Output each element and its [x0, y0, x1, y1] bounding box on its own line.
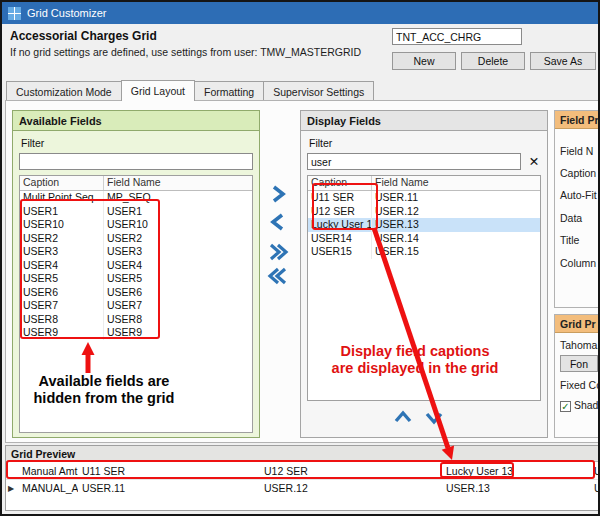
caption-label: Caption [560, 167, 596, 179]
checkmark-icon: ✓ [561, 401, 569, 412]
available-row[interactable]: USER3USER3 [20, 245, 252, 259]
cell-field: USER3 [104, 245, 252, 259]
preview-cell: MANUAL_AM [18, 482, 78, 494]
display-fields-panel: Display Fields Filter ✕ Caption Field Na… [300, 110, 548, 438]
grid-name-input[interactable] [392, 28, 522, 45]
tab-formatting[interactable]: Formatting [194, 81, 264, 101]
column-width-label: Column W [560, 257, 600, 269]
chevron-up-icon [393, 409, 413, 426]
available-row[interactable]: Mulit Point SeqMP_SEQ [20, 191, 252, 205]
cell-caption: U12 SER [308, 205, 372, 219]
display-row[interactable]: USER15USER.15 [308, 245, 540, 259]
chevron-down-icon [424, 409, 444, 426]
field-properties-panel: Field Pr Field N Caption Auto-Fit W Data… [554, 110, 598, 308]
preview-cell: USER.11 [78, 482, 260, 494]
window-title: Grid Customizer [27, 7, 106, 19]
column-header-field-name[interactable]: Field Name [372, 176, 540, 190]
new-button[interactable]: New [392, 52, 456, 70]
display-fields-grid[interactable]: Caption Field Name U11 SERUSER.11 U12 SE… [307, 175, 541, 401]
cell-caption: USER4 [20, 259, 104, 273]
cell-caption: USER6 [20, 286, 104, 300]
display-row[interactable]: U11 SERUSER.11 [308, 191, 540, 205]
grid-properties-title: Grid Pr [555, 315, 598, 333]
delete-button[interactable]: Delete [461, 52, 525, 70]
display-filter-input[interactable] [307, 153, 521, 170]
preview-cell: U [590, 482, 598, 494]
cell-field: USER2 [104, 232, 252, 246]
move-all-left-button[interactable] [263, 264, 293, 288]
display-row[interactable]: USER14USER.14 [308, 232, 540, 246]
shade-label: Shade [574, 399, 600, 411]
grid-preview-panel: Grid Preview Manual Amt. U11 SER U12 SER… [5, 445, 599, 511]
preview-data-row[interactable]: ▶ MANUAL_AM USER.11 USER.12 USER.13 U [6, 479, 598, 496]
row-selector-icon: ▶ [6, 484, 18, 493]
preview-col-cut[interactable]: U [590, 465, 598, 477]
preview-cell: USER.13 [442, 482, 590, 494]
cell-caption: Mulit Point Seq [20, 191, 104, 205]
available-row[interactable]: USER1USER1 [20, 205, 252, 219]
cell-field: USER6 [104, 286, 252, 300]
preview-header-row[interactable]: Manual Amt. U11 SER U12 SER Lucky User 1… [6, 462, 598, 479]
cell-caption: USER1 [20, 205, 104, 219]
cell-caption: USER9 [20, 326, 104, 340]
cell-caption: USER3 [20, 245, 104, 259]
available-fields-grid[interactable]: Caption Field Name Mulit Point SeqMP_SEQ… [19, 175, 253, 433]
fixed-columns-label: Fixed Col [560, 379, 600, 391]
app-icon [8, 7, 21, 20]
available-fields-title: Available Fields [13, 111, 259, 131]
available-row[interactable]: USER6USER6 [20, 286, 252, 300]
column-header-caption[interactable]: Caption [20, 176, 104, 190]
preview-col-manual-amt[interactable]: Manual Amt. [18, 465, 78, 477]
cell-field: USER10 [104, 218, 252, 232]
move-field-up-button[interactable] [389, 407, 416, 427]
cell-field: USER9 [104, 326, 252, 340]
save-as-button[interactable]: Save As [530, 52, 596, 70]
tab-supervisor-settings[interactable]: Supervisor Settings [263, 81, 374, 101]
tab-grid-layout[interactable]: Grid Layout [121, 80, 195, 101]
field-properties-title: Field Pr [555, 111, 598, 129]
move-all-right-button[interactable] [263, 240, 293, 264]
font-button[interactable]: Fon [560, 355, 598, 372]
window-titlebar[interactable]: Grid Customizer [2, 2, 598, 24]
grid-properties-panel: Grid Pr Tahoma, Fon Fixed Col ✓ Shade [554, 314, 598, 438]
chevron-right-icon [268, 184, 288, 204]
available-row[interactable]: USER9USER9 [20, 326, 252, 340]
available-row[interactable]: USER10USER10 [20, 218, 252, 232]
display-grid-header: Caption Field Name [308, 176, 540, 191]
grid-preview-title: Grid Preview [6, 446, 598, 462]
display-row[interactable]: U12 SERUSER.12 [308, 205, 540, 219]
available-row[interactable]: USER8USER8 [20, 313, 252, 327]
shade-checkbox[interactable]: ✓ [560, 401, 571, 412]
available-row[interactable]: USER5USER5 [20, 272, 252, 286]
available-filter-input[interactable] [19, 153, 253, 170]
available-filter-label: Filter [21, 137, 44, 149]
available-row[interactable]: USER7USER7 [20, 299, 252, 313]
cell-field: USER7 [104, 299, 252, 313]
preview-cell: USER.12 [260, 482, 442, 494]
preview-col-u12-ser[interactable]: U12 SER [260, 465, 442, 477]
preview-col-lucky-user-13[interactable]: Lucky User 13 [442, 465, 590, 477]
shade-row: ✓ Shade [560, 399, 600, 412]
tab-customization-mode[interactable]: Customization Mode [6, 81, 122, 101]
preview-col-u11-ser[interactable]: U11 SER [78, 465, 260, 477]
clear-filter-button[interactable]: ✕ [525, 153, 543, 170]
cell-field: USER1 [104, 205, 252, 219]
cell-field: USER.13 [372, 218, 540, 232]
cell-caption: USER10 [20, 218, 104, 232]
available-grid-header: Caption Field Name [20, 176, 252, 191]
cell-caption: USER2 [20, 232, 104, 246]
available-row[interactable]: USER4USER4 [20, 259, 252, 273]
double-chevron-left-icon [267, 266, 289, 286]
move-field-down-button[interactable] [420, 407, 447, 427]
column-header-caption[interactable]: Caption [308, 176, 372, 190]
double-chevron-right-icon [267, 242, 289, 262]
column-header-field-name[interactable]: Field Name [104, 176, 252, 190]
display-row-selected[interactable]: Lucky User 13USER.13 [308, 218, 540, 232]
move-left-button[interactable] [263, 210, 293, 234]
title-label: Title [560, 234, 579, 246]
cell-field: MP_SEQ [104, 191, 252, 205]
move-right-button[interactable] [263, 182, 293, 206]
available-fields-panel: Available Fields Filter Caption Field Na… [12, 110, 260, 438]
cell-field: USER.14 [372, 232, 540, 246]
available-row[interactable]: USER2USER2 [20, 232, 252, 246]
